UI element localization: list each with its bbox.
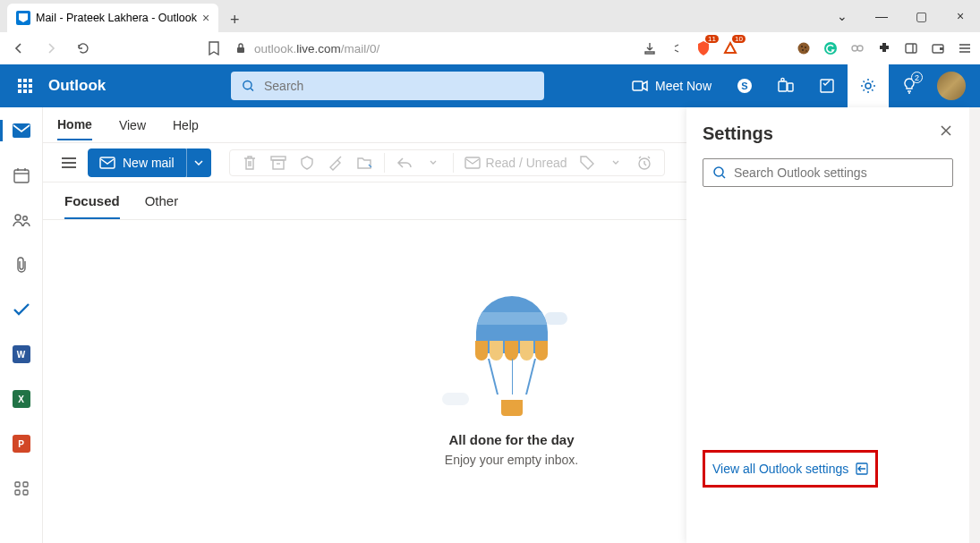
svg-point-32 [22,216,27,221]
balloon-illustration [467,296,557,421]
svg-point-7 [852,46,857,51]
my-day-button[interactable] [806,64,848,107]
menu-icon[interactable] [957,40,973,56]
move-button[interactable] [355,154,373,172]
close-window-icon[interactable]: × [941,9,980,23]
meet-now-button[interactable]: Meet Now [619,79,724,93]
settings-search[interactable] [703,158,953,187]
svg-point-1 [798,43,810,55]
junk-button[interactable] [298,154,316,172]
back-button[interactable] [7,37,30,60]
teams-button[interactable] [765,64,806,107]
close-tab-icon[interactable]: × [202,11,209,25]
rail-word[interactable]: W [0,338,43,370]
reload-button[interactable] [72,37,95,60]
reply-dropdown[interactable] [424,154,442,172]
chevron-down-icon[interactable]: ⌄ [822,9,862,23]
excel-icon: X [13,390,30,408]
mail-icon [12,123,31,139]
rail-excel[interactable]: X [0,383,43,415]
rail-files[interactable] [0,249,43,281]
attachment-icon [14,256,29,274]
video-icon [632,80,648,92]
tag-button[interactable] [578,154,596,172]
left-rail: W X P [0,107,43,543]
check-icon [12,301,31,318]
address-bar-row: outlook.live.com/mail/0/ [0,32,980,64]
forward-button[interactable] [39,37,63,60]
svg-rect-18 [633,81,643,90]
maximize-icon[interactable]: ▢ [901,9,941,23]
rail-powerpoint[interactable]: P [0,428,43,460]
address-bar-actions [642,40,973,56]
mail-compose-icon [99,157,115,169]
new-mail-dropdown[interactable] [186,148,211,177]
share-icon[interactable] [669,40,685,56]
rail-mail[interactable] [0,115,43,147]
tab-help[interactable]: Help [173,111,199,140]
view-all-settings-link[interactable]: View all Outlook settings [712,462,868,476]
new-mail-label: New mail [123,156,175,170]
tab-home[interactable]: Home [57,110,92,140]
waffle-icon [18,79,32,93]
settings-search-input[interactable] [734,165,943,180]
svg-rect-9 [906,44,916,53]
archive-button[interactable] [269,154,287,172]
link-ext-icon[interactable] [849,40,865,56]
envelope-icon [464,157,481,169]
powerpoint-icon: P [13,435,30,453]
address-bar[interactable]: outlook.live.com/mail/0/ [234,42,619,55]
search-box[interactable] [231,72,544,100]
install-app-icon[interactable] [642,40,658,56]
settings-title: Settings [703,123,953,144]
browser-tab[interactable]: Mail - Prateek Lakhera - Outlook × [7,4,218,32]
wallet-icon[interactable] [930,40,946,56]
account-avatar[interactable] [937,72,966,100]
svg-rect-34 [23,482,28,487]
view-all-highlight: View all Outlook settings [703,450,878,488]
sweep-button[interactable] [327,154,345,172]
tips-button[interactable]: 2 [889,64,930,107]
minimize-icon[interactable]: — [862,9,901,23]
app-launcher-button[interactable] [7,68,43,104]
search-input[interactable] [264,79,533,93]
outlook-brand[interactable]: Outlook [48,77,106,95]
rail-more-apps[interactable] [0,472,43,505]
brave-rewards-icon[interactable] [722,40,738,56]
settings-button[interactable] [848,64,889,107]
calendar-icon [13,166,30,184]
tab-focused[interactable]: Focused [64,193,120,219]
bookmark-icon[interactable] [202,37,226,60]
svg-rect-0 [237,47,244,53]
vertical-scrollbar[interactable] [969,107,980,543]
tab-title: Mail - Prateek Lakhera - Outlook [36,12,197,24]
new-tab-button[interactable]: + [222,7,247,32]
rail-calendar[interactable] [0,159,43,191]
cookie-ext-icon[interactable] [796,40,812,56]
svg-rect-22 [788,83,793,91]
grammarly-ext-icon[interactable] [822,40,839,56]
meet-now-label: Meet Now [655,79,712,93]
reply-button[interactable] [396,154,413,172]
extensions-icon[interactable] [876,40,892,56]
skype-icon: S [736,77,754,95]
tag-dropdown[interactable] [607,154,625,172]
apps-grid-icon [13,480,30,496]
nav-toggle-button[interactable] [55,149,82,176]
sidepanel-icon[interactable] [903,40,919,56]
snooze-button[interactable] [635,154,653,172]
tab-other[interactable]: Other [145,193,179,219]
svg-rect-42 [273,160,284,169]
svg-point-23 [781,78,784,81]
svg-point-5 [805,50,807,52]
rail-todo[interactable] [0,293,43,326]
tab-view[interactable]: View [119,111,146,140]
open-pane-icon [856,462,868,475]
skype-button[interactable]: S [724,64,765,107]
rail-people[interactable] [0,204,43,236]
brave-shield-icon[interactable] [695,40,712,56]
new-mail-button[interactable]: New mail [88,148,186,177]
read-unread-button[interactable]: Read / Unread [464,156,567,170]
settings-close-button[interactable] [935,120,957,141]
delete-button[interactable] [241,154,259,172]
